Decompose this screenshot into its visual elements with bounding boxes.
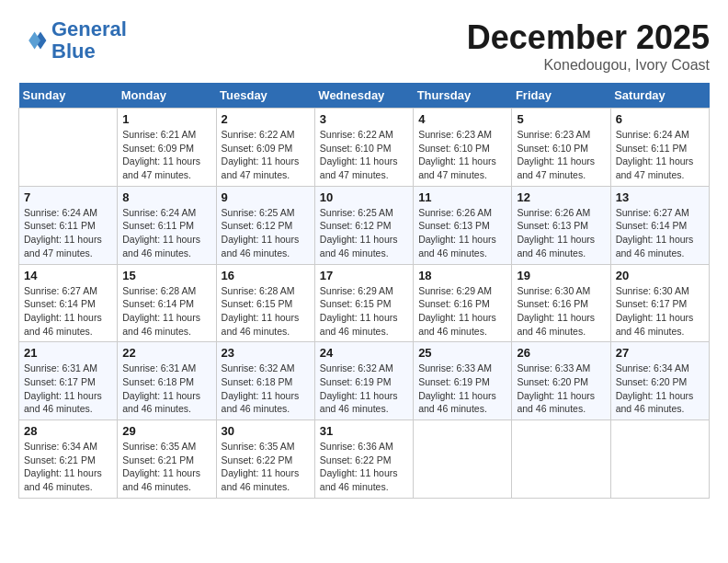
day-number: 29 [122, 424, 210, 438]
calendar-cell: 13Sunrise: 6:27 AM Sunset: 6:14 PM Dayli… [610, 186, 709, 264]
calendar-cell: 14Sunrise: 6:27 AM Sunset: 6:14 PM Dayli… [19, 264, 118, 342]
day-number: 17 [320, 269, 408, 282]
day-info: Sunrise: 6:29 AM Sunset: 6:15 PM Dayligh… [320, 284, 408, 339]
day-info: Sunrise: 6:32 AM Sunset: 6:19 PM Dayligh… [320, 362, 408, 416]
column-header-friday: Friday [512, 83, 610, 109]
day-number: 6 [616, 112, 704, 126]
day-info: Sunrise: 6:28 AM Sunset: 6:14 PM Dayligh… [122, 284, 210, 339]
day-number: 7 [24, 190, 112, 204]
logo-text: General Blue [51, 18, 127, 63]
day-number: 8 [122, 190, 210, 204]
day-number: 25 [418, 346, 506, 360]
day-number: 14 [24, 269, 112, 282]
logo-icon [18, 26, 48, 55]
calendar-cell: 30Sunrise: 6:35 AM Sunset: 6:22 PM Dayli… [216, 420, 314, 499]
calendar-cell [512, 420, 610, 499]
logo: General Blue [18, 18, 127, 63]
day-number: 12 [517, 190, 605, 204]
calendar-cell: 17Sunrise: 6:29 AM Sunset: 6:15 PM Dayli… [314, 264, 413, 342]
week-row-2: 7Sunrise: 6:24 AM Sunset: 6:11 PM Daylig… [19, 186, 710, 264]
day-number: 18 [418, 269, 506, 282]
calendar-cell [610, 420, 709, 499]
day-number: 4 [418, 112, 506, 126]
day-info: Sunrise: 6:35 AM Sunset: 6:21 PM Dayligh… [122, 440, 210, 494]
calendar-cell: 28Sunrise: 6:34 AM Sunset: 6:21 PM Dayli… [19, 420, 118, 499]
calendar-cell: 1Sunrise: 6:21 AM Sunset: 6:09 PM Daylig… [118, 109, 216, 187]
day-number: 26 [517, 346, 605, 360]
day-info: Sunrise: 6:24 AM Sunset: 6:11 PM Dayligh… [616, 128, 704, 182]
day-number: 31 [320, 424, 408, 438]
calendar-cell: 3Sunrise: 6:22 AM Sunset: 6:10 PM Daylig… [314, 109, 413, 187]
calendar-table: SundayMondayTuesdayWednesdayThursdayFrid… [18, 83, 710, 499]
calendar-cell: 21Sunrise: 6:31 AM Sunset: 6:17 PM Dayli… [19, 342, 118, 420]
day-info: Sunrise: 6:24 AM Sunset: 6:11 PM Dayligh… [24, 206, 112, 260]
day-info: Sunrise: 6:29 AM Sunset: 6:16 PM Dayligh… [418, 284, 506, 339]
day-number: 3 [320, 112, 408, 126]
location-subtitle: Konedougou, Ivory Coast [467, 57, 710, 74]
calendar-cell: 29Sunrise: 6:35 AM Sunset: 6:21 PM Dayli… [118, 420, 216, 499]
calendar-cell: 15Sunrise: 6:28 AM Sunset: 6:14 PM Dayli… [118, 264, 216, 342]
day-number: 9 [222, 190, 310, 204]
day-number: 11 [418, 190, 506, 204]
day-info: Sunrise: 6:28 AM Sunset: 6:15 PM Dayligh… [222, 284, 310, 339]
column-header-saturday: Saturday [610, 83, 709, 109]
calendar-cell: 22Sunrise: 6:31 AM Sunset: 6:18 PM Dayli… [118, 342, 216, 420]
calendar-cell: 24Sunrise: 6:32 AM Sunset: 6:19 PM Dayli… [314, 342, 413, 420]
calendar-cell: 5Sunrise: 6:23 AM Sunset: 6:10 PM Daylig… [512, 109, 610, 187]
day-info: Sunrise: 6:32 AM Sunset: 6:18 PM Dayligh… [222, 362, 310, 416]
calendar-cell: 25Sunrise: 6:33 AM Sunset: 6:19 PM Dayli… [414, 342, 512, 420]
column-header-tuesday: Tuesday [216, 83, 314, 109]
column-header-sunday: Sunday [19, 83, 118, 109]
day-number: 15 [122, 269, 210, 282]
day-info: Sunrise: 6:23 AM Sunset: 6:10 PM Dayligh… [418, 128, 506, 182]
day-info: Sunrise: 6:22 AM Sunset: 6:10 PM Dayligh… [320, 128, 408, 182]
calendar-cell: 10Sunrise: 6:25 AM Sunset: 6:12 PM Dayli… [314, 186, 413, 264]
day-info: Sunrise: 6:35 AM Sunset: 6:22 PM Dayligh… [222, 440, 310, 494]
day-info: Sunrise: 6:25 AM Sunset: 6:12 PM Dayligh… [222, 206, 310, 260]
day-number: 24 [320, 346, 408, 360]
day-info: Sunrise: 6:25 AM Sunset: 6:12 PM Dayligh… [320, 206, 408, 260]
day-number: 28 [24, 424, 112, 438]
calendar-cell: 20Sunrise: 6:30 AM Sunset: 6:17 PM Dayli… [610, 264, 709, 342]
day-number: 23 [222, 346, 310, 360]
day-info: Sunrise: 6:21 AM Sunset: 6:09 PM Dayligh… [122, 128, 210, 182]
calendar-cell: 26Sunrise: 6:33 AM Sunset: 6:20 PM Dayli… [512, 342, 610, 420]
day-number: 19 [517, 269, 605, 282]
calendar-cell: 12Sunrise: 6:26 AM Sunset: 6:13 PM Dayli… [512, 186, 610, 264]
day-info: Sunrise: 6:34 AM Sunset: 6:20 PM Dayligh… [616, 362, 704, 416]
month-title: December 2025 [467, 18, 710, 57]
calendar-cell: 2Sunrise: 6:22 AM Sunset: 6:09 PM Daylig… [216, 109, 314, 187]
calendar-cell: 6Sunrise: 6:24 AM Sunset: 6:11 PM Daylig… [610, 109, 709, 187]
day-number: 1 [122, 112, 210, 126]
calendar-cell: 9Sunrise: 6:25 AM Sunset: 6:12 PM Daylig… [216, 186, 314, 264]
calendar-cell: 8Sunrise: 6:24 AM Sunset: 6:11 PM Daylig… [118, 186, 216, 264]
week-row-3: 14Sunrise: 6:27 AM Sunset: 6:14 PM Dayli… [19, 264, 710, 342]
week-row-5: 28Sunrise: 6:34 AM Sunset: 6:21 PM Dayli… [19, 420, 710, 499]
day-number: 10 [320, 190, 408, 204]
day-number: 20 [616, 269, 704, 282]
day-number: 30 [222, 424, 310, 438]
calendar-cell [19, 109, 118, 187]
day-info: Sunrise: 6:33 AM Sunset: 6:20 PM Dayligh… [517, 362, 605, 416]
calendar-cell: 23Sunrise: 6:32 AM Sunset: 6:18 PM Dayli… [216, 342, 314, 420]
day-info: Sunrise: 6:36 AM Sunset: 6:22 PM Dayligh… [320, 440, 408, 494]
day-number: 13 [616, 190, 704, 204]
calendar-cell: 11Sunrise: 6:26 AM Sunset: 6:13 PM Dayli… [414, 186, 512, 264]
day-info: Sunrise: 6:27 AM Sunset: 6:14 PM Dayligh… [24, 284, 112, 339]
day-info: Sunrise: 6:22 AM Sunset: 6:09 PM Dayligh… [222, 128, 310, 182]
day-number: 2 [222, 112, 310, 126]
calendar-cell [414, 420, 512, 499]
day-info: Sunrise: 6:33 AM Sunset: 6:19 PM Dayligh… [418, 362, 506, 416]
calendar-cell: 4Sunrise: 6:23 AM Sunset: 6:10 PM Daylig… [414, 109, 512, 187]
day-info: Sunrise: 6:30 AM Sunset: 6:17 PM Dayligh… [616, 284, 704, 339]
day-info: Sunrise: 6:31 AM Sunset: 6:18 PM Dayligh… [122, 362, 210, 416]
calendar-cell: 18Sunrise: 6:29 AM Sunset: 6:16 PM Dayli… [414, 264, 512, 342]
day-number: 5 [517, 112, 605, 126]
title-area: December 2025 Konedougou, Ivory Coast [467, 18, 710, 74]
column-header-monday: Monday [118, 83, 216, 109]
day-info: Sunrise: 6:23 AM Sunset: 6:10 PM Dayligh… [517, 128, 605, 182]
calendar-cell: 27Sunrise: 6:34 AM Sunset: 6:20 PM Dayli… [610, 342, 709, 420]
day-info: Sunrise: 6:26 AM Sunset: 6:13 PM Dayligh… [517, 206, 605, 260]
header-row: SundayMondayTuesdayWednesdayThursdayFrid… [19, 83, 710, 109]
header: General Blue December 2025 Konedougou, I… [18, 18, 710, 74]
